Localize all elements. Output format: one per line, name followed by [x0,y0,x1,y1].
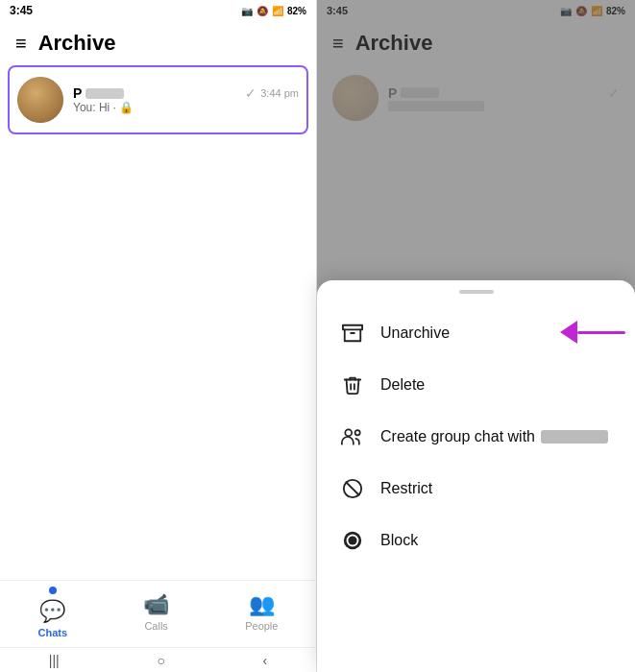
calls-label: Calls [144,620,167,632]
camera-icon: 📷 [241,6,253,16]
delete-icon [340,372,365,397]
contact-name-blurred [85,88,124,99]
sheet-item-create-group[interactable]: Create group chat with [317,411,635,463]
sheet-item-block[interactable]: Block [317,515,635,566]
svg-point-8 [348,536,356,544]
left-status-bar: 3:45 📷 🔕 📶 82% [0,0,316,21]
unarchive-row-wrapper: Unarchive [317,307,635,359]
svg-rect-0 [343,325,362,330]
svg-point-3 [355,430,360,435]
back-btn[interactable]: ‹ [262,653,267,668]
nav-item-calls[interactable]: 📹 Calls [128,587,184,637]
chat-preview: You: Hi · 🔒 [73,101,299,114]
left-header: ≡ Archive [0,21,316,65]
left-page-title: Archive [38,31,116,56]
recents-btn[interactable]: ||| [49,653,60,668]
unarchive-arrow [560,321,625,344]
group-icon [340,424,365,449]
chats-label: Chats [38,627,68,638]
left-chat-list: P ✓ 3:44 pm You: Hi · 🔒 [0,65,316,323]
left-time: 3:45 [10,4,33,17]
contact-name-blurred-sheet [541,430,608,444]
chat-item[interactable]: P ✓ 3:44 pm You: Hi · 🔒 [8,65,308,134]
nav-item-people[interactable]: 👥 People [230,587,293,637]
sheet-item-restrict[interactable]: Restrict [317,463,635,515]
nav-active-dot [49,587,57,594]
left-status-icons: 📷 🔕 📶 82% [241,6,306,16]
arrow-head [560,321,577,344]
restrict-label: Restrict [380,480,432,497]
read-check-icon: ✓ [245,85,256,101]
create-group-label: Create group chat with [380,428,608,445]
block-label: Block [380,532,418,549]
unarchive-label: Unarchive [380,324,450,342]
people-icon: 👥 [249,592,275,617]
avatar-image [17,77,63,123]
people-label: People [245,620,278,632]
battery-label: 82% [287,6,306,16]
arrow-line [577,331,625,334]
left-panel: 3:45 📷 🔕 📶 82% ≡ Archive P ✓ [0,0,317,672]
contact-name: P [73,85,82,101]
menu-icon[interactable]: ≡ [15,33,27,55]
chats-icon: 💬 [39,599,65,624]
silent-icon: 🔕 [256,6,268,16]
restrict-icon [340,476,365,501]
avatar [17,77,63,123]
block-icon [340,528,365,553]
home-btn[interactable]: ○ [157,653,164,668]
nav-item-chats[interactable]: 💬 Chats [23,581,84,644]
chat-info: P ✓ 3:44 pm You: Hi · 🔒 [73,85,299,114]
right-panel: 3:45 📷 🔕 📶 82% ≡ Archive P [317,0,635,672]
bottom-sheet: Unarchive Delete [317,280,635,672]
preview-text: You: Hi · 🔒 [73,101,134,114]
chat-time: 3:44 pm [260,87,299,99]
delete-label: Delete [380,376,425,394]
sheet-spacer [317,566,635,672]
signal-icon: 📶 [272,6,283,16]
svg-line-5 [347,483,359,495]
calls-icon: 📹 [143,592,169,617]
sheet-item-delete[interactable]: Delete [317,359,635,411]
left-bottom-nav: 💬 Chats 📹 Calls 👥 People [0,580,316,647]
left-system-bar: ||| ○ ‹ [0,647,316,672]
unarchive-icon [340,321,365,346]
svg-point-2 [345,429,352,436]
sheet-handle [459,290,494,294]
